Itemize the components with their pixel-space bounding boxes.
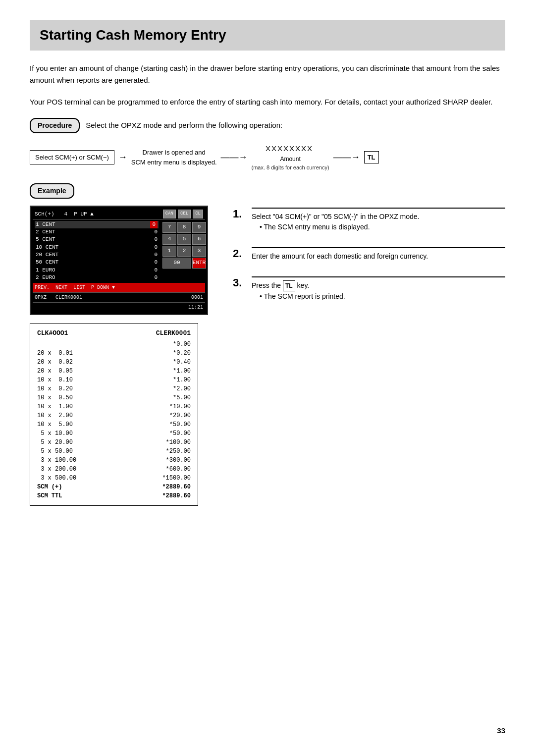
- intro-para-2: Your POS terminal can be programmed to e…: [30, 96, 505, 108]
- flow-step1-box: Select SCM(+) or SCM(−): [30, 150, 114, 165]
- pos-bottom-bar: PREV. NEXT LIST P DOWN ▼: [33, 283, 205, 292]
- pos-key-2[interactable]: 2: [177, 246, 191, 257]
- flow-amount-label: Amount: [280, 155, 300, 163]
- receipt-scm-total: SCM (+)*2889.60: [37, 483, 191, 491]
- receipt-row-6: 10 x 0.50*5.00: [37, 393, 191, 402]
- procedure-text: Select the OPXZ mode and perform the fol…: [86, 120, 282, 131]
- receipt-row-4: 10 x 0.10*1.00: [37, 376, 191, 384]
- flow-tl-box: TL: [364, 151, 379, 164]
- procedure-row: Procedure Select the OPXZ mode and perfo…: [30, 118, 505, 133]
- pos-time-bar: 11:21: [33, 302, 205, 312]
- flow-diagram: Select SCM(+) or SCM(−) → Drawer is open…: [30, 143, 505, 171]
- left-col: SCH(+) 4 P UP ▲ CAN CEL CL 1 CENT0 2 CEN…: [30, 206, 218, 506]
- intro-para-1: If you enter an amount of change (starti…: [30, 62, 505, 86]
- receipt-row-3: 20 x 0.05*1.00: [37, 367, 191, 376]
- pos-key-enter[interactable]: ENTR: [192, 258, 206, 269]
- step-3-number: 3.: [233, 276, 247, 289]
- intro-section: If you enter an amount of change (starti…: [30, 62, 505, 108]
- receipt-header: CLK#OOO1 CLERK0001: [37, 328, 191, 338]
- step-3-text: Press the TL key.: [252, 280, 505, 291]
- procedure-badge: Procedure: [30, 118, 80, 133]
- step-2: 2. Enter the amount for each domestic an…: [233, 247, 505, 262]
- pos-key-7[interactable]: 7: [162, 222, 176, 233]
- pos-top-buttons: CAN CEL CL: [163, 210, 203, 218]
- page-title: Starting Cash Memory Entry: [30, 20, 505, 51]
- step-1-bullet: • The SCM entry menu is displayed.: [260, 222, 505, 232]
- receipt-row-7: 10 x 1.00*10.00: [37, 402, 191, 411]
- receipt-row-13: 3 x 100.00*300.00: [37, 456, 191, 465]
- receipt-row-2: 20 x 0.02*0.40: [37, 358, 191, 367]
- step-3-bullet: • The SCM report is printed.: [260, 291, 505, 302]
- receipt-row-9: 10 x 5.00*50.00: [37, 420, 191, 429]
- flow-step2-line1: Drawer is opened and: [143, 148, 206, 158]
- pos-row-1euro: 1 EURO0: [35, 267, 159, 274]
- flow-arrow2: ——→: [217, 151, 252, 164]
- flow-arrow1: →: [114, 151, 131, 164]
- pos-key-3[interactable]: 3: [192, 246, 206, 257]
- receipt-row-1: 20 x 0.01*0.20: [37, 349, 191, 358]
- pos-row-10cent: 10 CENT0: [35, 244, 159, 251]
- receipt-scm-ttl: SCM TTL*2889.60: [37, 491, 191, 500]
- example-badge: Example: [30, 183, 74, 199]
- pos-row-50cent: 50 CENT0: [35, 259, 159, 266]
- step-3: 3. Press the TL key. • The SCM report is…: [233, 276, 505, 302]
- pos-status-bar: 0PXZ CLERK0001 0001: [33, 292, 205, 302]
- page-number: 33: [497, 725, 505, 737]
- example-section: Example SCH(+) 4 P UP ▲ CAN CEL CL 1: [30, 183, 505, 506]
- step-1-number: 1.: [233, 208, 247, 220]
- pos-item-list: 1 CENT0 2 CENT0 5 CENT0 10 CENT0 20 CENT…: [33, 220, 160, 283]
- step-1-text: Select "04 SCM(+)" or "05 SCM(-)" in the…: [252, 212, 505, 222]
- flow-step3: XXXXXXXX Amount (max. 8 digits for each …: [252, 143, 329, 171]
- pos-top-left: SCH(+) 4 P UP ▲: [35, 210, 94, 218]
- receipt-row-init: *0.00: [37, 340, 191, 349]
- step-2-text: Enter the amount for each domestic and f…: [252, 251, 505, 262]
- receipt-clerk: CLERK0001: [156, 328, 191, 338]
- step-1-content: Select "04 SCM(+)" or "05 SCM(-)" in the…: [252, 208, 505, 232]
- pos-can-btn[interactable]: CAN: [163, 210, 176, 218]
- pos-cel-btn[interactable]: CEL: [178, 210, 191, 218]
- pos-top-bar: SCH(+) 4 P UP ▲ CAN CEL CL: [33, 209, 205, 220]
- right-col: 1. Select "04 SCM(+)" or "05 SCM(-)" in …: [233, 206, 505, 317]
- pos-row-5cent: 5 CENT0: [35, 236, 159, 243]
- pos-screen: SCH(+) 4 P UP ▲ CAN CEL CL 1 CENT0 2 CEN…: [30, 206, 208, 315]
- receipt: CLK#OOO1 CLERK0001 *0.00 20 x 0.01*0.20 …: [30, 323, 198, 506]
- step-3-content: Press the TL key. • The SCM report is pr…: [252, 276, 505, 302]
- pos-key-00[interactable]: 00: [162, 258, 191, 269]
- tl-key-inline: TL: [283, 280, 295, 291]
- receipt-row-12: 5 x 50.00*250.00: [37, 447, 191, 456]
- receipt-row-5: 10 x 0.20*2.00: [37, 384, 191, 393]
- receipt-row-15: 3 x 500.00*1500.00: [37, 474, 191, 483]
- step-2-number: 2.: [233, 247, 247, 260]
- flow-step2: Drawer is opened and SCM entry menu is d…: [131, 148, 217, 167]
- receipt-row-10: 5 x 10.00*50.00: [37, 429, 191, 438]
- two-column-layout: SCH(+) 4 P UP ▲ CAN CEL CL 1 CENT0 2 CEN…: [30, 206, 505, 506]
- pos-row-2cent: 2 CENT0: [35, 228, 159, 236]
- step-2-content: Enter the amount for each domestic and f…: [252, 247, 505, 262]
- receipt-row-8: 10 x 2.00*20.00: [37, 411, 191, 420]
- pos-key-5[interactable]: 5: [177, 234, 191, 245]
- receipt-row-11: 5 x 20.00*100.00: [37, 438, 191, 447]
- pos-item-highlight: 1 CENT0: [35, 221, 159, 228]
- flow-arrow3: ——→: [329, 151, 364, 164]
- pos-row-20cent: 20 CENT0: [35, 251, 159, 259]
- pos-key-4[interactable]: 4: [162, 234, 176, 245]
- pos-key-1[interactable]: 1: [162, 246, 176, 257]
- flow-xxxxxxxx: XXXXXXXX: [266, 143, 313, 155]
- pos-row-2euro: 2 EURO0: [35, 274, 159, 281]
- pos-main-content: 1 CENT0 2 CENT0 5 CENT0 10 CENT0 20 CENT…: [33, 220, 205, 283]
- pos-key-9[interactable]: 9: [192, 222, 206, 233]
- flow-max-digits: (max. 8 digits for each currency): [252, 163, 329, 172]
- pos-numpad: 7 8 9 4 5 6 1 2 3 00 ENTR: [160, 220, 205, 283]
- receipt-row-14: 3 x 200.00*600.00: [37, 465, 191, 474]
- flow-step2-line2: SCM entry menu is displayed.: [131, 158, 217, 167]
- step-1: 1. Select "04 SCM(+)" or "05 SCM(-)" in …: [233, 208, 505, 232]
- receipt-clk: CLK#OOO1: [37, 328, 68, 338]
- pos-key-8[interactable]: 8: [177, 222, 191, 233]
- pos-cl-btn[interactable]: CL: [193, 210, 203, 218]
- pos-key-6[interactable]: 6: [192, 234, 206, 245]
